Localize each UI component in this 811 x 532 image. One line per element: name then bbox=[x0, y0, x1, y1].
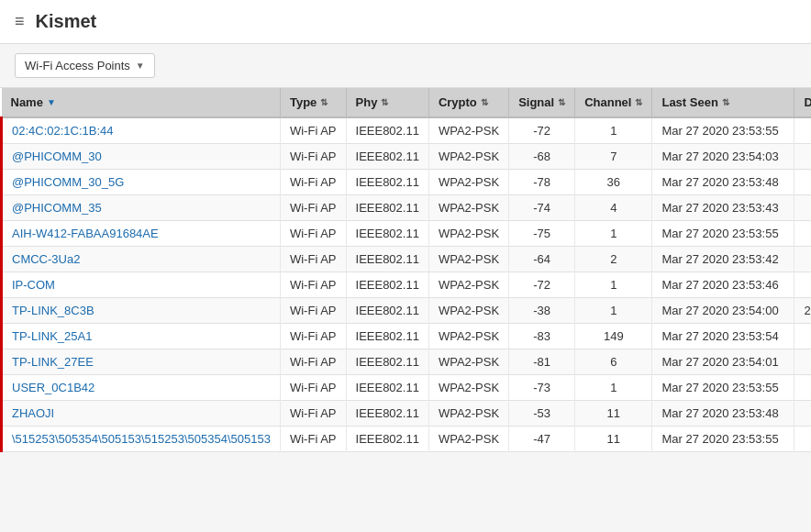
column-header-channel[interactable]: Channel ⇅ bbox=[575, 88, 652, 117]
cell-lastseen: Mar 27 2020 23:53:55 bbox=[652, 427, 794, 452]
table-row[interactable]: 02:4C:02:1C:1B:44Wi-Fi APIEEE802.11WPA2-… bbox=[2, 117, 812, 144]
table-row[interactable]: ZHAOJIWi-Fi APIEEE802.11WPA2-PSK-5311Mar… bbox=[2, 401, 812, 427]
sort-asc-icon: ▼ bbox=[47, 97, 56, 107]
cell-signal: -83 bbox=[509, 324, 575, 349]
cell-crypto: WPA2-PSK bbox=[428, 375, 508, 401]
cell-name: \515253\505354\505153\515253\505354\5051… bbox=[2, 427, 281, 452]
table-row[interactable]: @PHICOMM_35Wi-Fi APIEEE802.11WPA2-PSK-74… bbox=[2, 195, 812, 221]
cell-crypto: WPA2-PSK bbox=[428, 144, 508, 170]
cell-lastseen: Mar 27 2020 23:53:55 bbox=[652, 375, 794, 401]
table-row[interactable]: @PHICOMM_30_5GWi-Fi APIEEE802.11WPA2-PSK… bbox=[2, 170, 812, 195]
table-row[interactable]: TP-LINK_25A1Wi-Fi APIEEE802.11WPA2-PSK-8… bbox=[2, 324, 812, 349]
cell-signal: -74 bbox=[509, 195, 575, 221]
cell-crypto: WPA2-PSK bbox=[428, 272, 508, 298]
cell-lastseen: Mar 27 2020 23:53:48 bbox=[652, 170, 794, 195]
column-header-name[interactable]: Name ▼ bbox=[2, 88, 281, 117]
column-header-type[interactable]: Type ⇅ bbox=[280, 88, 346, 117]
table-row[interactable]: TP-LINK_27EEWi-Fi APIEEE802.11WPA2-PSK-8… bbox=[2, 349, 812, 375]
cell-phy: IEEE802.11 bbox=[346, 221, 428, 247]
column-header-crypto[interactable]: Crypto ⇅ bbox=[428, 88, 508, 117]
table-row[interactable]: USER_0C1B42Wi-Fi APIEEE802.11WPA2-PSK-73… bbox=[2, 375, 812, 401]
cell-crypto: WPA2-PSK bbox=[428, 221, 508, 247]
sort-icon: ⇅ bbox=[381, 97, 388, 107]
chevron-down-icon: ▼ bbox=[136, 61, 145, 71]
cell-crypto: WPA2-PSK bbox=[428, 324, 508, 349]
table-row[interactable]: AIH-W412-FABAA91684AEWi-Fi APIEEE802.11W… bbox=[2, 221, 812, 247]
devices-table-container: Name ▼ Type ⇅ Phy ⇅ bbox=[0, 88, 811, 532]
cell-data: 0 B bbox=[794, 375, 811, 401]
cell-phy: IEEE802.11 bbox=[346, 349, 428, 375]
app-title: Kismet bbox=[36, 11, 97, 32]
column-header-lastseen[interactable]: Last Seen ⇅ bbox=[652, 88, 794, 117]
cell-type: Wi-Fi AP bbox=[280, 427, 346, 452]
cell-name: 02:4C:02:1C:1B:44 bbox=[2, 117, 281, 144]
cell-lastseen: Mar 27 2020 23:53:55 bbox=[652, 117, 794, 144]
table-row[interactable]: CMCC-3Ua2Wi-Fi APIEEE802.11WPA2-PSK-642M… bbox=[2, 247, 812, 272]
cell-signal: -78 bbox=[509, 170, 575, 195]
cell-signal: -72 bbox=[509, 272, 575, 298]
table-row[interactable]: @PHICOMM_30Wi-Fi APIEEE802.11WPA2-PSK-68… bbox=[2, 144, 812, 170]
cell-type: Wi-Fi AP bbox=[280, 324, 346, 349]
table-row[interactable]: TP-LINK_8C3BWi-Fi APIEEE802.11WPA2-PSK-3… bbox=[2, 298, 812, 324]
table-row[interactable]: \515253\505354\505153\515253\505354\5051… bbox=[2, 427, 812, 452]
cell-phy: IEEE802.11 bbox=[346, 247, 428, 272]
cell-channel: 2 bbox=[575, 247, 652, 272]
column-header-phy[interactable]: Phy ⇅ bbox=[346, 88, 428, 117]
cell-channel: 1 bbox=[575, 298, 652, 324]
cell-data: 0 B bbox=[794, 144, 811, 170]
sort-icon: ⇅ bbox=[320, 97, 328, 107]
column-header-data[interactable]: Data ⇅ bbox=[794, 88, 811, 117]
cell-data: 0 B bbox=[794, 117, 811, 144]
cell-data: 22.00 KB bbox=[794, 298, 811, 324]
cell-lastseen: Mar 27 2020 23:53:46 bbox=[652, 272, 794, 298]
cell-type: Wi-Fi AP bbox=[280, 349, 346, 375]
devices-table: Name ▼ Type ⇅ Phy ⇅ bbox=[0, 88, 811, 452]
cell-data: 0 B bbox=[794, 324, 811, 349]
cell-signal: -68 bbox=[509, 144, 575, 170]
cell-phy: IEEE802.11 bbox=[346, 195, 428, 221]
cell-signal: -73 bbox=[509, 375, 575, 401]
cell-name: TP-LINK_25A1 bbox=[2, 324, 281, 349]
cell-name: AIH-W412-FABAA91684AE bbox=[2, 221, 281, 247]
cell-signal: -81 bbox=[509, 349, 575, 375]
table-row[interactable]: IP-COMWi-Fi APIEEE802.11WPA2-PSK-721Mar … bbox=[2, 272, 812, 298]
cell-phy: IEEE802.11 bbox=[346, 144, 428, 170]
cell-phy: IEEE802.11 bbox=[346, 427, 428, 452]
cell-phy: IEEE802.11 bbox=[346, 117, 428, 144]
cell-name: @PHICOMM_30_5G bbox=[2, 170, 281, 195]
cell-lastseen: Mar 27 2020 23:53:55 bbox=[652, 221, 794, 247]
cell-data: 0 B bbox=[794, 272, 811, 298]
cell-channel: 1 bbox=[575, 272, 652, 298]
cell-data: 0 B bbox=[794, 427, 811, 452]
cell-type: Wi-Fi AP bbox=[280, 272, 346, 298]
cell-name: CMCC-3Ua2 bbox=[2, 247, 281, 272]
cell-name: TP-LINK_27EE bbox=[2, 349, 281, 375]
cell-phy: IEEE802.11 bbox=[346, 401, 428, 427]
sort-icon: ⇅ bbox=[558, 97, 565, 107]
cell-phy: IEEE802.11 bbox=[346, 298, 428, 324]
cell-channel: 4 bbox=[575, 195, 652, 221]
device-filter-dropdown[interactable]: Wi-Fi Access Points ▼ bbox=[15, 53, 155, 78]
cell-type: Wi-Fi AP bbox=[280, 144, 346, 170]
cell-channel: 11 bbox=[575, 401, 652, 427]
cell-type: Wi-Fi AP bbox=[280, 298, 346, 324]
cell-phy: IEEE802.11 bbox=[346, 170, 428, 195]
cell-data: 0 B bbox=[794, 349, 811, 375]
cell-signal: -53 bbox=[509, 401, 575, 427]
cell-signal: -72 bbox=[509, 117, 575, 144]
cell-phy: IEEE802.11 bbox=[346, 324, 428, 349]
sort-icon: ⇅ bbox=[635, 97, 642, 107]
cell-channel: 11 bbox=[575, 427, 652, 452]
column-header-signal[interactable]: Signal ⇅ bbox=[509, 88, 575, 117]
cell-name: USER_0C1B42 bbox=[2, 375, 281, 401]
toolbar: Wi-Fi Access Points ▼ bbox=[0, 44, 811, 88]
cell-type: Wi-Fi AP bbox=[280, 117, 346, 144]
hamburger-icon[interactable]: ≡ bbox=[15, 12, 25, 31]
cell-crypto: WPA2-PSK bbox=[428, 195, 508, 221]
cell-name: ZHAOJI bbox=[2, 401, 281, 427]
cell-lastseen: Mar 27 2020 23:53:42 bbox=[652, 247, 794, 272]
cell-crypto: WPA2-PSK bbox=[428, 117, 508, 144]
cell-name: @PHICOMM_35 bbox=[2, 195, 281, 221]
cell-channel: 1 bbox=[575, 221, 652, 247]
cell-type: Wi-Fi AP bbox=[280, 247, 346, 272]
